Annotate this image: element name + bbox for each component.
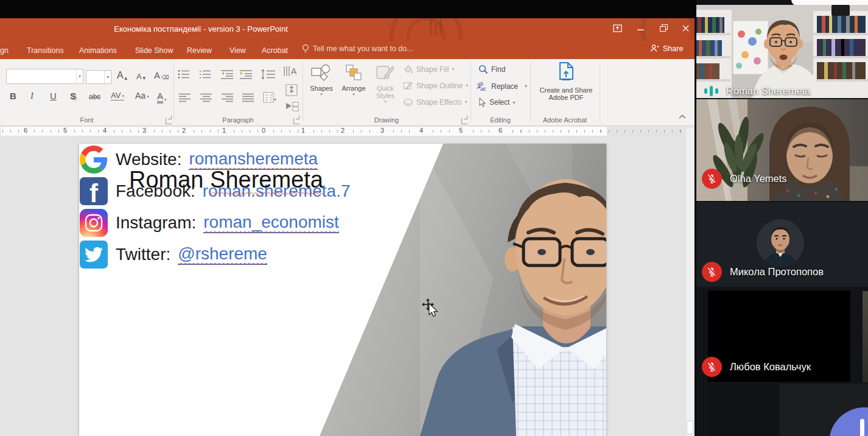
replace-button[interactable]: ab ac Replace▾	[477, 81, 527, 91]
shapes-button[interactable]: Shapes ▾	[306, 64, 337, 97]
quick-styles-icon	[376, 64, 395, 82]
video-tile-mykola-protopopov[interactable]: Микола Протопопов	[696, 202, 868, 287]
decrease-indent-button[interactable]	[221, 69, 234, 82]
align-text-button[interactable]	[285, 83, 298, 99]
font-group-label: Font	[0, 116, 173, 124]
clear-formatting-button[interactable]: A⌫	[154, 70, 169, 80]
twitter-link[interactable]: @rshereme	[178, 244, 267, 265]
bold-button[interactable]: B	[10, 91, 16, 101]
video-peek-strip	[863, 291, 868, 382]
numbering-button[interactable]	[199, 69, 214, 82]
change-case-button[interactable]: Aa▾	[135, 91, 149, 100]
mic-muted-icon	[702, 169, 722, 189]
tab-design-partial[interactable]: gn	[0, 43, 12, 58]
arrange-icon	[345, 64, 363, 82]
facebook-icon[interactable]: f	[79, 177, 108, 206]
italic-button[interactable]: I	[30, 91, 33, 101]
twitter-bird-logo	[80, 241, 108, 269]
shape-effects-icon	[403, 97, 413, 107]
ribbon: ▾ ▾ A▲ A▼ A⌫ B I U S abc AV▾ Aa▾ A▾ Font	[0, 59, 695, 126]
ribbon-display-options-button[interactable]	[606, 20, 628, 37]
tab-view[interactable]: View	[226, 43, 250, 58]
video-tile-olha-yemets[interactable]: Olha Yemets	[696, 99, 868, 201]
shrink-font-button[interactable]: A▼	[136, 72, 147, 81]
tell-me-box[interactable]: Tell me what you want to do...	[302, 44, 413, 54]
drawing-dialog-launcher[interactable]	[461, 118, 467, 124]
ribbon-tab-row: gn Transitions Animations Slide Show Rev…	[0, 41, 695, 59]
participant-name: Любов Ковальчук	[730, 361, 811, 373]
group-separator	[173, 62, 174, 121]
participant-name: Olha Yemets	[730, 173, 787, 185]
bullets-icon	[178, 69, 192, 79]
text-direction-button[interactable]: A	[283, 65, 299, 80]
font-dialog-launcher[interactable]	[166, 118, 172, 124]
character-spacing-button[interactable]: AV▾	[111, 91, 124, 100]
font-name-combo[interactable]: ▾	[6, 69, 83, 84]
select-button[interactable]: Select▾	[478, 97, 515, 107]
twitter-label[interactable]: Twitter:	[116, 245, 170, 264]
shape-effects-button[interactable]: Shape Effects▾	[403, 97, 467, 107]
scrollbar-thumb[interactable]	[687, 421, 693, 434]
google-icon[interactable]	[79, 145, 108, 174]
align-left-button[interactable]	[179, 93, 191, 105]
line-spacing-button[interactable]	[261, 69, 276, 82]
share-label: Share	[663, 44, 683, 53]
align-right-button[interactable]	[222, 93, 234, 105]
mic-muted-icon	[702, 262, 722, 282]
create-adobe-pdf-button[interactable]: Create and Share Adobe PDF	[534, 62, 598, 101]
grow-font-button[interactable]: A▲	[117, 70, 128, 81]
tab-review[interactable]: Review	[183, 43, 215, 58]
instagram-camera-logo	[80, 209, 108, 237]
ruler-number: 3	[377, 127, 387, 134]
instagram-label[interactable]: Instagram:	[116, 213, 196, 233]
justify-button[interactable]	[242, 93, 254, 105]
tab-animations[interactable]: Animations	[75, 43, 121, 58]
share-person-icon	[650, 44, 659, 53]
ruler-number: 1	[298, 127, 308, 134]
tell-me-text: Tell me what you want to do...	[313, 44, 413, 53]
video-tile-partial-left[interactable]	[710, 384, 779, 436]
underline-button[interactable]: U	[50, 91, 57, 101]
text-shadow-button[interactable]: S	[70, 91, 76, 101]
strikethrough-button[interactable]: abc	[89, 93, 100, 101]
vertical-scrollbar[interactable]	[685, 128, 694, 436]
bullets-button[interactable]	[178, 69, 192, 82]
align-right-icon	[222, 93, 234, 102]
font-color-button[interactable]: A▾	[157, 91, 167, 104]
paragraph-dialog-launcher[interactable]	[293, 118, 299, 124]
line-spacing-icon	[261, 69, 276, 80]
columns-button[interactable]: ▾	[263, 92, 278, 105]
titlebar: Економіка постпандемії - version 3 - Pow…	[0, 18, 695, 41]
font-size-combo[interactable]: ▾	[86, 70, 111, 84]
shape-outline-button[interactable]: Shape Outline▾	[403, 81, 468, 90]
tab-slide-show[interactable]: Slide Show	[131, 43, 177, 58]
shape-fill-button[interactable]: Shape Fill▾	[403, 65, 454, 74]
convert-smartart-button[interactable]	[285, 100, 299, 115]
share-button[interactable]: Share	[650, 44, 683, 53]
video-tile-partial-right[interactable]	[780, 384, 868, 436]
group-separator	[530, 62, 531, 121]
align-center-button[interactable]	[200, 93, 212, 105]
instagram-icon[interactable]	[79, 208, 108, 237]
powerpoint-window: Економіка постпандемії - version 3 - Pow…	[0, 18, 695, 436]
avatar-initial	[860, 419, 864, 436]
slide-title-first: Roman	[129, 167, 210, 192]
arrange-button[interactable]: Arrange ▾	[338, 64, 369, 97]
minimize-button[interactable]	[629, 20, 651, 37]
video-tile-roman-sheremeta[interactable]: Roman Sheremeta	[696, 5, 868, 98]
facebook-f-logo: f	[80, 177, 108, 205]
twitter-icon[interactable]	[79, 240, 108, 269]
lightbulb-icon	[302, 44, 309, 54]
close-button[interactable]	[674, 20, 695, 37]
tab-transitions[interactable]: Transitions	[23, 43, 68, 58]
tab-acrobat[interactable]: Acrobat	[258, 43, 292, 58]
collapse-ribbon-button[interactable]	[678, 114, 687, 121]
shape-outline-icon	[403, 81, 413, 90]
slide-title[interactable]: Roman Sheremeta	[129, 167, 323, 193]
find-button[interactable]: Find	[478, 65, 505, 74]
instagram-link[interactable]: roman_economist	[203, 213, 339, 233]
restore-button[interactable]	[653, 20, 674, 37]
quick-styles-button[interactable]: Quick Styles ▾	[370, 64, 401, 104]
slide-canvas[interactable]: Roman Sheremeta Website: romans	[79, 144, 606, 436]
increase-indent-button[interactable]	[240, 69, 253, 82]
